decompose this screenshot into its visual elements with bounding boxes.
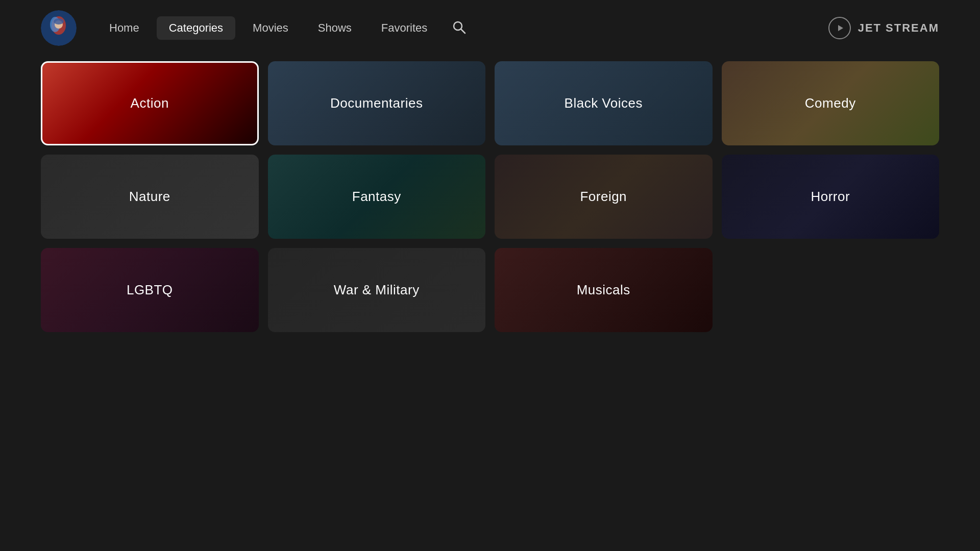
category-black-voices[interactable]: Black Voices: [495, 61, 713, 145]
nav-home[interactable]: Home: [97, 16, 152, 40]
svg-line-6: [461, 30, 465, 34]
category-nature[interactable]: Nature: [41, 155, 259, 239]
nav-favorites[interactable]: Favorites: [369, 16, 439, 40]
category-foreign[interactable]: Foreign: [495, 155, 713, 239]
category-musicals-label: Musicals: [577, 282, 630, 298]
svg-point-4: [54, 18, 64, 24]
category-fantasy[interactable]: Fantasy: [268, 155, 486, 239]
main-content: Action Documentaries Black Voices Comedy…: [0, 56, 980, 353]
search-icon[interactable]: [445, 15, 473, 41]
header: Home Categories Movies Shows Favorites J…: [0, 0, 980, 56]
category-comedy-label: Comedy: [805, 95, 856, 111]
play-icon: [828, 17, 851, 39]
category-black-voices-label: Black Voices: [565, 95, 643, 111]
category-nature-label: Nature: [129, 189, 170, 205]
main-nav: Home Categories Movies Shows Favorites: [97, 15, 828, 41]
svg-marker-7: [838, 25, 843, 31]
nav-categories[interactable]: Categories: [157, 16, 235, 40]
category-documentaries-label: Documentaries: [330, 95, 423, 111]
category-horror[interactable]: Horror: [722, 155, 940, 239]
category-foreign-label: Foreign: [580, 189, 627, 205]
category-war-military[interactable]: War & Military: [268, 248, 486, 332]
category-musicals[interactable]: Musicals: [495, 248, 713, 332]
category-horror-label: Horror: [811, 189, 850, 205]
nav-movies[interactable]: Movies: [240, 16, 301, 40]
category-war-military-label: War & Military: [334, 282, 420, 298]
category-fantasy-label: Fantasy: [352, 189, 401, 205]
brand-area: JET STREAM: [828, 17, 939, 39]
category-lgbtq[interactable]: LGBTQ: [41, 248, 259, 332]
brand-name: JET STREAM: [858, 21, 939, 35]
nav-shows[interactable]: Shows: [306, 16, 364, 40]
category-lgbtq-label: LGBTQ: [127, 282, 173, 298]
categories-grid: Action Documentaries Black Voices Comedy…: [41, 61, 939, 332]
category-action-label: Action: [131, 95, 169, 111]
category-action[interactable]: Action: [41, 61, 259, 145]
logo[interactable]: [41, 10, 77, 46]
svg-point-5: [454, 22, 462, 30]
category-documentaries[interactable]: Documentaries: [268, 61, 486, 145]
category-comedy[interactable]: Comedy: [722, 61, 940, 145]
